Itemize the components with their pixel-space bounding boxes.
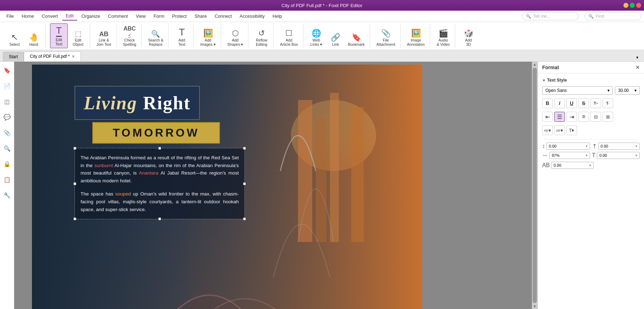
menu-form[interactable]: Form: [150, 12, 168, 20]
menu-protect[interactable]: Protect: [169, 12, 190, 20]
font-name-select[interactable]: Open Sans ▾: [542, 86, 613, 95]
bookmark-button[interactable]: 🔖 Bookmark: [346, 23, 367, 48]
menu-comment[interactable]: Comment: [104, 12, 131, 20]
sidebar-output-icon[interactable]: 📋: [1, 174, 13, 185]
menu-view[interactable]: View: [132, 12, 149, 20]
link-join-label: Link &Join Text: [97, 38, 111, 47]
edit-text-button[interactable]: T EditText: [50, 23, 68, 48]
v-scrollbar[interactable]: ▲ ▼: [532, 62, 538, 309]
numbered-list-button[interactable]: ≔▾: [554, 125, 565, 135]
handle-bc[interactable]: [158, 217, 161, 220]
scroll-thumb[interactable]: [533, 68, 537, 303]
add-shapes-button[interactable]: ⬡ AddShapes ▾: [225, 23, 246, 48]
close-button[interactable]: [636, 3, 641, 8]
handle-tc[interactable]: [158, 147, 161, 150]
edit-object-icon: ⬚: [75, 30, 82, 37]
file-attachment-button[interactable]: 📎 FileAttachment: [374, 23, 397, 48]
hand-icon: 🤚: [29, 34, 39, 42]
superscript-button[interactable]: T+: [590, 98, 601, 108]
italic-button[interactable]: I: [554, 98, 565, 108]
handle-mr[interactable]: [243, 182, 246, 185]
tab-start[interactable]: Start: [3, 52, 24, 61]
sidebar-layers-icon[interactable]: ◫: [1, 96, 13, 107]
maximize-button[interactable]: [630, 3, 635, 8]
tab-close-button[interactable]: ✕: [72, 54, 75, 59]
line-spacing-input[interactable]: 0.00 ▾: [546, 143, 590, 150]
justify-left-button[interactable]: ⊟: [590, 112, 601, 122]
char-spacing-input[interactable]: 0.00 ▾: [597, 152, 640, 159]
tab-city-pdf[interactable]: City of PDF Full.pdf * ✕: [24, 51, 81, 61]
handle-tr[interactable]: [243, 147, 246, 150]
handle-br[interactable]: [243, 217, 246, 220]
menu-home[interactable]: Home: [18, 12, 38, 20]
sidebar-search-icon[interactable]: 🔍: [1, 143, 13, 154]
menu-share[interactable]: Share: [191, 12, 210, 20]
edit-object-button[interactable]: ⬚ EditObject: [69, 23, 87, 48]
font-dropdown-arrow: ▾: [607, 88, 610, 93]
handle-tl[interactable]: [73, 147, 76, 150]
before-para-input[interactable]: 0.00 ▾: [598, 143, 640, 150]
add-text-button[interactable]: T AddText: [173, 23, 191, 48]
image-annotation-button[interactable]: 🖼️ ImageAnnotation: [405, 23, 427, 48]
sidebar-pages-icon[interactable]: 📄: [1, 80, 13, 92]
tell-me-search[interactable]: 🔍 Tell me...: [522, 12, 579, 20]
check-spelling-button[interactable]: ABC✓ CheckSpelling: [121, 23, 138, 48]
subscript-button[interactable]: T-: [602, 98, 613, 108]
scale-arrow: ▾: [586, 154, 588, 157]
add-3d-button[interactable]: 🎲 Add3D: [459, 23, 477, 48]
indent-button[interactable]: T▾: [566, 125, 577, 135]
before-para-arrow: ▾: [635, 144, 637, 148]
ribbon-group-shapes: ⬡ AddShapes ▾: [222, 23, 249, 48]
tab-dropdown-button[interactable]: ▾: [633, 54, 641, 61]
add-article-box-button[interactable]: ☐ AddArticle Box: [278, 23, 300, 48]
ribbon-group-images: 🖼️ AddImages ▾: [195, 23, 221, 48]
link-join-button[interactable]: AB Link &Join Text: [94, 23, 113, 48]
align-center-button[interactable]: ☰: [554, 112, 565, 122]
scroll-down[interactable]: ▼: [533, 304, 536, 308]
ribbon-group-search: 🔍 Search &Replace: [143, 23, 169, 48]
justify-right-button[interactable]: ⊞: [602, 112, 613, 122]
search-replace-button[interactable]: 🔍 Search &Replace: [146, 23, 165, 48]
select-label: Select: [9, 42, 20, 47]
underline-button[interactable]: U: [566, 98, 577, 108]
find-search[interactable]: 🔍 Find: [584, 12, 641, 20]
font-size-select[interactable]: 30.00 ▾: [615, 86, 640, 95]
minimize-button[interactable]: [623, 3, 628, 8]
pdf-text-box[interactable]: The Arabian Peninsula formed as a result…: [75, 148, 245, 219]
web-links-button[interactable]: 🌐 WebLinks ▾: [308, 23, 325, 48]
sidebar-security-icon[interactable]: 🔒: [1, 158, 13, 170]
baseline-input[interactable]: 0.00 ▾: [551, 162, 594, 169]
collapse-triangle[interactable]: ▼: [542, 78, 546, 82]
audio-video-button[interactable]: 🎬 Audio& Video: [434, 23, 452, 48]
sidebar-tools-icon[interactable]: 🔧: [1, 189, 13, 201]
align-left-button[interactable]: ⇤: [542, 112, 553, 122]
menu-accessibility[interactable]: Accessibility: [236, 12, 268, 20]
scale-input[interactable]: 97% ▾: [549, 152, 590, 159]
strikethrough-button[interactable]: S: [578, 98, 589, 108]
menu-file[interactable]: File: [3, 12, 17, 20]
add-images-button[interactable]: 🖼️ AddImages ▾: [198, 23, 218, 48]
sidebar-comments-icon[interactable]: 💬: [1, 111, 13, 123]
bullet-list-button[interactable]: ≔▾: [542, 125, 553, 135]
hand-button[interactable]: 🤚 Hand: [25, 23, 43, 48]
handle-ml[interactable]: [73, 182, 76, 185]
align-right-button[interactable]: ⇥: [566, 112, 577, 122]
reflow-editing-button[interactable]: ↺ ReflowEditing: [253, 23, 270, 48]
handle-bl[interactable]: [73, 217, 76, 220]
format-panel-close[interactable]: ✕: [635, 65, 640, 70]
menu-organize[interactable]: Organize: [78, 12, 104, 20]
menu-help[interactable]: Help: [269, 12, 286, 20]
scroll-up[interactable]: ▲: [533, 62, 536, 66]
ribbon-group-3d: 🎲 Add3D: [457, 23, 480, 48]
select-button[interactable]: ↖ Select: [6, 23, 23, 48]
bold-button[interactable]: B: [542, 98, 553, 108]
sidebar-bookmark-icon[interactable]: 🔖: [1, 65, 13, 76]
sidebar-attachments-icon[interactable]: 📎: [1, 127, 13, 138]
justify-button[interactable]: ≡: [578, 112, 589, 122]
link-button[interactable]: 🔗 Link: [327, 23, 345, 48]
menu-edit[interactable]: Edit: [62, 12, 77, 21]
before-para-icon: ⤒: [592, 143, 597, 150]
menu-connect[interactable]: Connect: [211, 12, 235, 20]
menu-convert[interactable]: Convert: [38, 12, 62, 20]
link-icon: 🔗: [331, 34, 340, 42]
